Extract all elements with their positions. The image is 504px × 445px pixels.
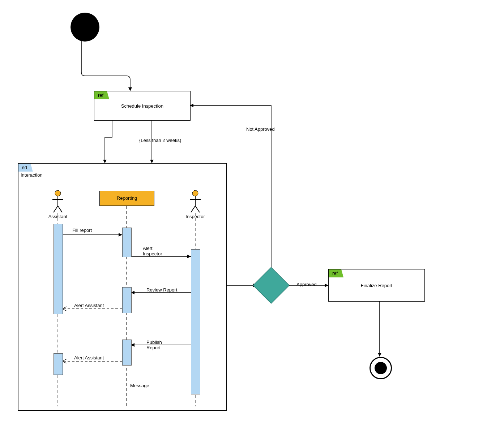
msg-fill-report: Fill report [72, 228, 92, 233]
inspector-actor-label: Inspector [184, 214, 206, 219]
inspector-activation-main [191, 249, 200, 394]
interaction-frame-title: Interaction [21, 172, 43, 178]
msg-alert-inspector: Alert Inspector [143, 246, 162, 256]
msg-message: Message [130, 383, 149, 388]
reporting-activation-1 [122, 228, 132, 257]
interaction-frame-tab: sd [18, 164, 33, 172]
assistant-actor-label: Assistant [47, 214, 69, 219]
schedule-inspection-frame: ref Schedule Inspection [94, 91, 191, 121]
finalize-report-frame: ref Finalize Report [328, 269, 425, 302]
approved-label: Approved [296, 282, 317, 287]
constraint-label: {Less than 2 weeks) [139, 138, 181, 143]
final-node [370, 357, 392, 379]
msg-alert-assistant-1: Alert Assistant [74, 303, 104, 308]
not-approved-label: Not Approved [246, 126, 275, 132]
schedule-inspection-title: Schedule Inspection [94, 91, 190, 120]
initial-node [71, 13, 99, 42]
finalize-report-title: Finalize Report [329, 269, 424, 301]
msg-alert-assistant-2: Alert Assistant [74, 355, 104, 360]
diagram-canvas: ref Schedule Inspection {Less than 2 wee… [0, 0, 504, 445]
assistant-activation-2 [54, 353, 63, 375]
msg-publish-report: Publish Report [146, 340, 162, 350]
assistant-activation-main [54, 224, 63, 314]
reporting-activation-2 [122, 287, 132, 313]
final-node-inner [375, 362, 387, 374]
msg-review-report: Review Report [146, 287, 177, 293]
reporting-activation-3 [122, 340, 132, 366]
reporting-lifeline-head: Reporting [99, 191, 154, 206]
